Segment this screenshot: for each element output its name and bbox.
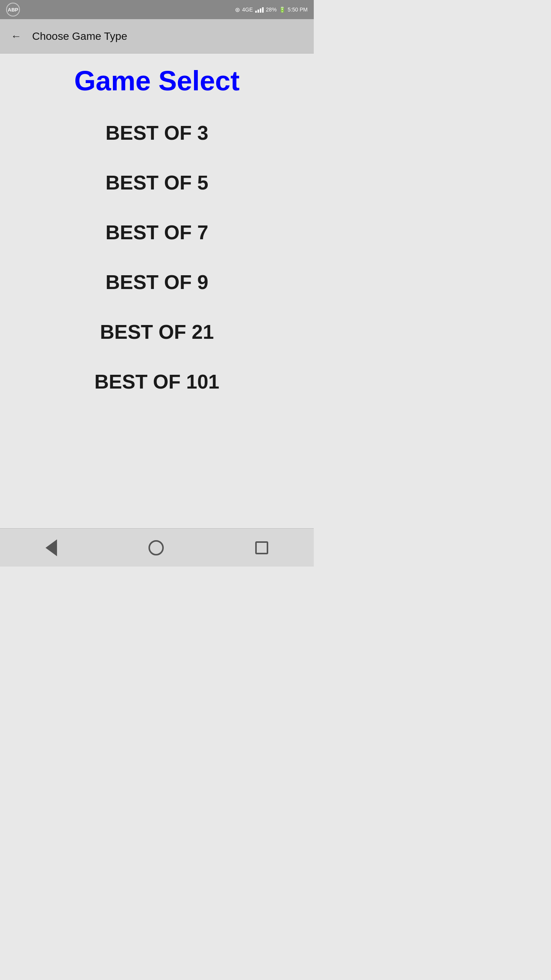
page-title: Game Select [74, 65, 240, 96]
battery-icon: 🔋 [279, 7, 285, 13]
signal-bar-1 [255, 11, 257, 13]
nav-back-button[interactable] [34, 536, 68, 560]
back-button[interactable]: ← [8, 27, 24, 46]
bluetooth-icon: ⊛ [235, 6, 240, 13]
game-option-best-of-21[interactable]: BEST OF 21 [8, 307, 306, 357]
nav-recent-button[interactable] [244, 537, 280, 558]
home-circle-icon [148, 540, 164, 555]
game-option-best-of-9[interactable]: BEST OF 9 [8, 257, 306, 307]
game-option-best-of-5[interactable]: BEST OF 5 [8, 158, 306, 207]
battery-percentage: 28% [266, 7, 277, 13]
game-option-best-of-101[interactable]: BEST OF 101 [8, 357, 306, 407]
status-bar-right: ⊛ 4GE 28% 🔋 5:50 PM [235, 6, 308, 13]
bottom-nav [0, 528, 314, 567]
game-option-best-of-3[interactable]: BEST OF 3 [8, 108, 306, 158]
back-triangle-icon [46, 539, 57, 556]
app-bar-title: Choose Game Type [32, 30, 127, 42]
time-display: 5:50 PM [288, 7, 308, 13]
nav-home-button[interactable] [137, 536, 175, 559]
signal-bar-3 [260, 8, 261, 13]
lte-indicator: 4GE [242, 7, 253, 13]
abp-icon: ABP [6, 3, 20, 16]
signal-bars [255, 7, 264, 13]
signal-bar-2 [258, 10, 259, 13]
main-content: Game Select BEST OF 3 BEST OF 5 BEST OF … [0, 54, 314, 528]
recent-square-icon [255, 541, 268, 554]
signal-bar-4 [262, 7, 264, 13]
game-option-best-of-7[interactable]: BEST OF 7 [8, 207, 306, 257]
app-bar: ← Choose Game Type [0, 19, 314, 54]
status-bar: ABP ⊛ 4GE 28% 🔋 5:50 PM [0, 0, 314, 19]
status-bar-left: ABP [6, 3, 20, 16]
